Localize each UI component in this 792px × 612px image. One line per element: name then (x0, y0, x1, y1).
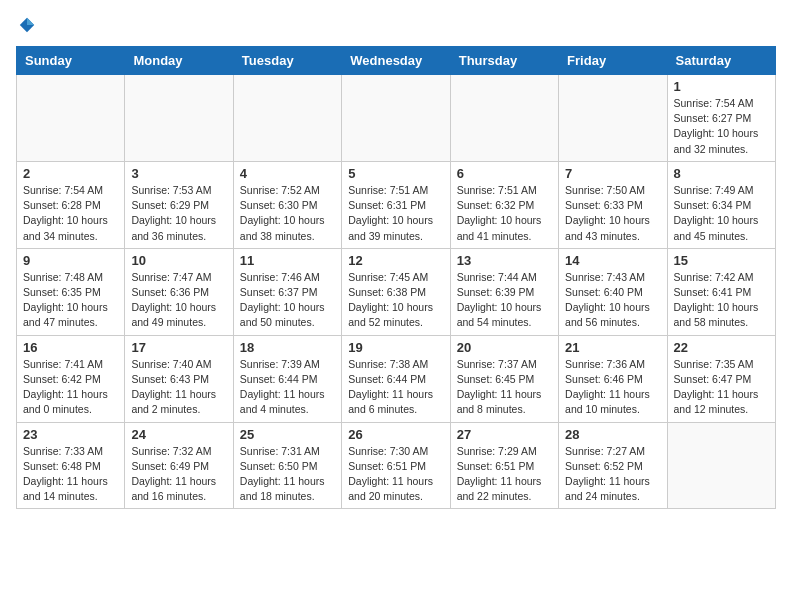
day-info: Sunrise: 7:52 AM Sunset: 6:30 PM Dayligh… (240, 183, 335, 244)
day-info: Sunrise: 7:51 AM Sunset: 6:31 PM Dayligh… (348, 183, 443, 244)
calendar-cell: 27Sunrise: 7:29 AM Sunset: 6:51 PM Dayli… (450, 422, 558, 509)
calendar-cell (667, 422, 775, 509)
calendar-cell: 6Sunrise: 7:51 AM Sunset: 6:32 PM Daylig… (450, 161, 558, 248)
day-number: 19 (348, 340, 443, 355)
calendar-cell (233, 75, 341, 162)
calendar-cell: 17Sunrise: 7:40 AM Sunset: 6:43 PM Dayli… (125, 335, 233, 422)
day-number: 26 (348, 427, 443, 442)
day-info: Sunrise: 7:44 AM Sunset: 6:39 PM Dayligh… (457, 270, 552, 331)
calendar-cell: 12Sunrise: 7:45 AM Sunset: 6:38 PM Dayli… (342, 248, 450, 335)
day-info: Sunrise: 7:38 AM Sunset: 6:44 PM Dayligh… (348, 357, 443, 418)
day-info: Sunrise: 7:46 AM Sunset: 6:37 PM Dayligh… (240, 270, 335, 331)
logo (16, 16, 36, 34)
day-info: Sunrise: 7:35 AM Sunset: 6:47 PM Dayligh… (674, 357, 769, 418)
calendar-cell: 22Sunrise: 7:35 AM Sunset: 6:47 PM Dayli… (667, 335, 775, 422)
calendar-cell (450, 75, 558, 162)
day-number: 17 (131, 340, 226, 355)
weekday-header-thursday: Thursday (450, 47, 558, 75)
calendar-cell: 18Sunrise: 7:39 AM Sunset: 6:44 PM Dayli… (233, 335, 341, 422)
weekday-header-row: SundayMondayTuesdayWednesdayThursdayFrid… (17, 47, 776, 75)
calendar-cell: 24Sunrise: 7:32 AM Sunset: 6:49 PM Dayli… (125, 422, 233, 509)
page-header (16, 16, 776, 34)
weekday-header-saturday: Saturday (667, 47, 775, 75)
weekday-header-monday: Monday (125, 47, 233, 75)
day-info: Sunrise: 7:47 AM Sunset: 6:36 PM Dayligh… (131, 270, 226, 331)
day-info: Sunrise: 7:54 AM Sunset: 6:28 PM Dayligh… (23, 183, 118, 244)
weekday-header-friday: Friday (559, 47, 667, 75)
calendar-cell: 19Sunrise: 7:38 AM Sunset: 6:44 PM Dayli… (342, 335, 450, 422)
svg-marker-1 (27, 18, 34, 25)
day-number: 10 (131, 253, 226, 268)
day-info: Sunrise: 7:53 AM Sunset: 6:29 PM Dayligh… (131, 183, 226, 244)
calendar-table: SundayMondayTuesdayWednesdayThursdayFrid… (16, 46, 776, 509)
calendar-cell: 25Sunrise: 7:31 AM Sunset: 6:50 PM Dayli… (233, 422, 341, 509)
day-number: 24 (131, 427, 226, 442)
day-number: 13 (457, 253, 552, 268)
day-number: 7 (565, 166, 660, 181)
day-number: 23 (23, 427, 118, 442)
calendar-cell: 9Sunrise: 7:48 AM Sunset: 6:35 PM Daylig… (17, 248, 125, 335)
day-number: 21 (565, 340, 660, 355)
calendar-cell: 3Sunrise: 7:53 AM Sunset: 6:29 PM Daylig… (125, 161, 233, 248)
calendar-cell: 15Sunrise: 7:42 AM Sunset: 6:41 PM Dayli… (667, 248, 775, 335)
day-info: Sunrise: 7:42 AM Sunset: 6:41 PM Dayligh… (674, 270, 769, 331)
calendar-cell: 2Sunrise: 7:54 AM Sunset: 6:28 PM Daylig… (17, 161, 125, 248)
calendar-cell (342, 75, 450, 162)
day-number: 25 (240, 427, 335, 442)
calendar-cell: 26Sunrise: 7:30 AM Sunset: 6:51 PM Dayli… (342, 422, 450, 509)
day-info: Sunrise: 7:54 AM Sunset: 6:27 PM Dayligh… (674, 96, 769, 157)
day-number: 6 (457, 166, 552, 181)
calendar-cell: 8Sunrise: 7:49 AM Sunset: 6:34 PM Daylig… (667, 161, 775, 248)
day-info: Sunrise: 7:45 AM Sunset: 6:38 PM Dayligh… (348, 270, 443, 331)
day-number: 14 (565, 253, 660, 268)
day-info: Sunrise: 7:48 AM Sunset: 6:35 PM Dayligh… (23, 270, 118, 331)
calendar-cell: 10Sunrise: 7:47 AM Sunset: 6:36 PM Dayli… (125, 248, 233, 335)
day-number: 8 (674, 166, 769, 181)
day-info: Sunrise: 7:32 AM Sunset: 6:49 PM Dayligh… (131, 444, 226, 505)
week-row-3: 9Sunrise: 7:48 AM Sunset: 6:35 PM Daylig… (17, 248, 776, 335)
calendar-cell: 14Sunrise: 7:43 AM Sunset: 6:40 PM Dayli… (559, 248, 667, 335)
calendar-cell: 5Sunrise: 7:51 AM Sunset: 6:31 PM Daylig… (342, 161, 450, 248)
day-info: Sunrise: 7:51 AM Sunset: 6:32 PM Dayligh… (457, 183, 552, 244)
day-info: Sunrise: 7:39 AM Sunset: 6:44 PM Dayligh… (240, 357, 335, 418)
day-number: 2 (23, 166, 118, 181)
day-info: Sunrise: 7:33 AM Sunset: 6:48 PM Dayligh… (23, 444, 118, 505)
calendar-cell: 11Sunrise: 7:46 AM Sunset: 6:37 PM Dayli… (233, 248, 341, 335)
weekday-header-wednesday: Wednesday (342, 47, 450, 75)
day-number: 27 (457, 427, 552, 442)
day-number: 15 (674, 253, 769, 268)
calendar-cell (559, 75, 667, 162)
week-row-4: 16Sunrise: 7:41 AM Sunset: 6:42 PM Dayli… (17, 335, 776, 422)
day-number: 20 (457, 340, 552, 355)
day-number: 9 (23, 253, 118, 268)
day-number: 4 (240, 166, 335, 181)
calendar-cell (17, 75, 125, 162)
week-row-5: 23Sunrise: 7:33 AM Sunset: 6:48 PM Dayli… (17, 422, 776, 509)
weekday-header-sunday: Sunday (17, 47, 125, 75)
calendar-cell: 7Sunrise: 7:50 AM Sunset: 6:33 PM Daylig… (559, 161, 667, 248)
day-number: 12 (348, 253, 443, 268)
day-info: Sunrise: 7:49 AM Sunset: 6:34 PM Dayligh… (674, 183, 769, 244)
calendar-cell: 13Sunrise: 7:44 AM Sunset: 6:39 PM Dayli… (450, 248, 558, 335)
weekday-header-tuesday: Tuesday (233, 47, 341, 75)
day-number: 18 (240, 340, 335, 355)
day-info: Sunrise: 7:30 AM Sunset: 6:51 PM Dayligh… (348, 444, 443, 505)
day-info: Sunrise: 7:37 AM Sunset: 6:45 PM Dayligh… (457, 357, 552, 418)
day-info: Sunrise: 7:27 AM Sunset: 6:52 PM Dayligh… (565, 444, 660, 505)
calendar-cell: 23Sunrise: 7:33 AM Sunset: 6:48 PM Dayli… (17, 422, 125, 509)
day-info: Sunrise: 7:43 AM Sunset: 6:40 PM Dayligh… (565, 270, 660, 331)
day-number: 5 (348, 166, 443, 181)
day-info: Sunrise: 7:41 AM Sunset: 6:42 PM Dayligh… (23, 357, 118, 418)
day-number: 3 (131, 166, 226, 181)
day-info: Sunrise: 7:31 AM Sunset: 6:50 PM Dayligh… (240, 444, 335, 505)
calendar-cell: 21Sunrise: 7:36 AM Sunset: 6:46 PM Dayli… (559, 335, 667, 422)
calendar-cell: 20Sunrise: 7:37 AM Sunset: 6:45 PM Dayli… (450, 335, 558, 422)
day-number: 22 (674, 340, 769, 355)
week-row-2: 2Sunrise: 7:54 AM Sunset: 6:28 PM Daylig… (17, 161, 776, 248)
logo-icon (18, 16, 36, 34)
calendar-cell: 28Sunrise: 7:27 AM Sunset: 6:52 PM Dayli… (559, 422, 667, 509)
day-number: 1 (674, 79, 769, 94)
day-info: Sunrise: 7:36 AM Sunset: 6:46 PM Dayligh… (565, 357, 660, 418)
day-number: 11 (240, 253, 335, 268)
calendar-cell: 16Sunrise: 7:41 AM Sunset: 6:42 PM Dayli… (17, 335, 125, 422)
